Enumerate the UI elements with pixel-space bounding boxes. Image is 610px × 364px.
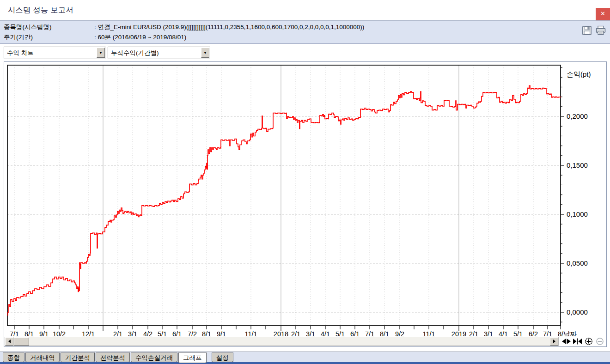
svg-text:3/1: 3/1 (306, 330, 315, 336)
svg-text:0,1500: 0,1500 (567, 161, 588, 169)
svg-text:날짜: 날짜 (563, 330, 577, 336)
chart-type-value: 수익 차트 (7, 49, 34, 57)
svg-text:6/2: 6/2 (529, 330, 538, 336)
svg-text:6/1: 6/1 (350, 330, 360, 336)
print-icon[interactable] (595, 24, 606, 36)
svg-text:4/1: 4/1 (321, 330, 330, 336)
svg-text:6/1: 6/1 (172, 330, 182, 336)
svg-text:8/1: 8/1 (24, 330, 34, 336)
fit-width-icon[interactable] (573, 338, 582, 345)
tab-전략분석[interactable]: 전략분석 (96, 352, 130, 362)
zoom-in-icon[interactable] (584, 338, 593, 345)
horizontal-scrollbar[interactable] (5, 337, 559, 346)
symbol-row: 종목명(시스템명): 연결_E-mini EUR/USD (2019.9)([[… (4, 23, 364, 33)
svg-text:7/1: 7/1 (10, 330, 19, 336)
right-arrow-icon (553, 340, 557, 343)
svg-text:2019: 2019 (451, 330, 466, 336)
symbol-label: 종목명(시스템명) (4, 23, 94, 31)
svg-text:3/1: 3/1 (484, 330, 493, 336)
svg-text:9/2: 9/2 (395, 330, 404, 336)
close-button[interactable]: ✕ (596, 8, 610, 20)
metric-dropdown[interactable]: 누적수익(기간별) ▼ (108, 47, 210, 59)
metric-value: 누적수익(기간별) (111, 49, 159, 57)
svg-text:0,0000: 0,0000 (567, 308, 588, 316)
chart-scroll-row (4, 336, 606, 346)
svg-text:7/1: 7/1 (543, 330, 552, 336)
svg-text:7/1: 7/1 (365, 330, 374, 336)
tab-설정[interactable]: 설정 (212, 352, 233, 362)
svg-text:5/1: 5/1 (513, 330, 523, 336)
chevron-down-icon[interactable]: ▼ (97, 48, 105, 58)
tab-list: 종합거래내역기간분석전략분석수익손실거래그래프설정 (3, 352, 234, 363)
cumulative-profit-chart: 0,00000,05000,10000,15000,2000손익(pt)7/18… (4, 62, 606, 336)
svg-text:0,2000: 0,2000 (567, 112, 588, 120)
period-row: 주기(기간): 60분 (2016/06/19 ~ 2019/08/01) (4, 33, 186, 43)
svg-text:10/2: 10/2 (53, 330, 66, 336)
svg-text:5/1: 5/1 (336, 330, 345, 336)
svg-text:0,1000: 0,1000 (567, 210, 588, 218)
report-tab-strip: 종합거래내역기간분석전략분석수익손실거래그래프설정 (0, 352, 610, 364)
svg-text:5/1: 5/1 (158, 330, 167, 336)
report-header-panel: 종목명(시스템명): 연결_E-mini EUR/USD (2019.9)([[… (0, 21, 610, 44)
symbol-value: : 연결_E-mini EUR/USD (2019.9)([[[[[]]]]](… (94, 24, 364, 30)
header-icon-group (581, 24, 606, 36)
left-arrow-icon (6, 340, 11, 343)
svg-text:손익(pt): 손익(pt) (567, 70, 591, 78)
svg-text:2/1: 2/1 (469, 330, 478, 336)
svg-text:4/2: 4/2 (143, 330, 152, 336)
svg-text:2/1: 2/1 (291, 330, 300, 336)
svg-text:2/1: 2/1 (113, 330, 122, 336)
scroll-right-button[interactable] (550, 337, 558, 346)
svg-text:2018: 2018 (274, 330, 288, 336)
svg-text:4/1: 4/1 (499, 330, 508, 336)
svg-text:9/1: 9/1 (39, 330, 49, 336)
chart-toolbar: 수익 차트 ▼ 누적수익(기간별) ▼ (0, 44, 610, 61)
svg-text:3/1: 3/1 (128, 330, 137, 336)
svg-text:11/1: 11/1 (422, 330, 435, 336)
svg-text:8/1: 8/1 (202, 330, 211, 336)
period-label: 주기(기간) (4, 33, 94, 42)
chart-type-dropdown[interactable]: 수익 차트 ▼ (4, 47, 106, 59)
profit-chart-panel: 0,00000,05000,10000,15000,2000손익(pt)7/18… (4, 61, 607, 347)
chevron-down-icon[interactable]: ▼ (201, 48, 209, 58)
scrollbar-thumb[interactable] (14, 337, 29, 346)
svg-text:7/2: 7/2 (188, 330, 197, 336)
svg-text:8/1: 8/1 (380, 330, 389, 336)
tab-종합[interactable]: 종합 (3, 352, 24, 362)
chart-nav-icons (561, 337, 606, 346)
zoom-out-icon[interactable] (595, 338, 604, 345)
title-bar: 시스템 성능 보고서 ✕ (0, 0, 610, 21)
scroll-left-button[interactable] (5, 337, 13, 346)
svg-text:0,0500: 0,0500 (567, 259, 588, 267)
tab-수익손실거래[interactable]: 수익손실거래 (131, 352, 177, 362)
expand-horizontal-icon[interactable] (561, 338, 571, 345)
tab-그래프[interactable]: 그래프 (178, 352, 207, 363)
svg-text:11/1: 11/1 (244, 330, 257, 336)
svg-text:9/1: 9/1 (217, 330, 226, 336)
save-icon[interactable] (581, 24, 592, 36)
window-title: 시스템 성능 보고서 (8, 6, 73, 15)
period-value: : 60분 (2016/06/19 ~ 2019/08/01) (94, 34, 186, 41)
svg-text:12/1: 12/1 (82, 330, 95, 336)
tab-거래내역[interactable]: 거래내역 (25, 352, 60, 362)
tab-기간분석[interactable]: 기간분석 (61, 352, 95, 362)
window-bottom-edge (0, 362, 610, 364)
